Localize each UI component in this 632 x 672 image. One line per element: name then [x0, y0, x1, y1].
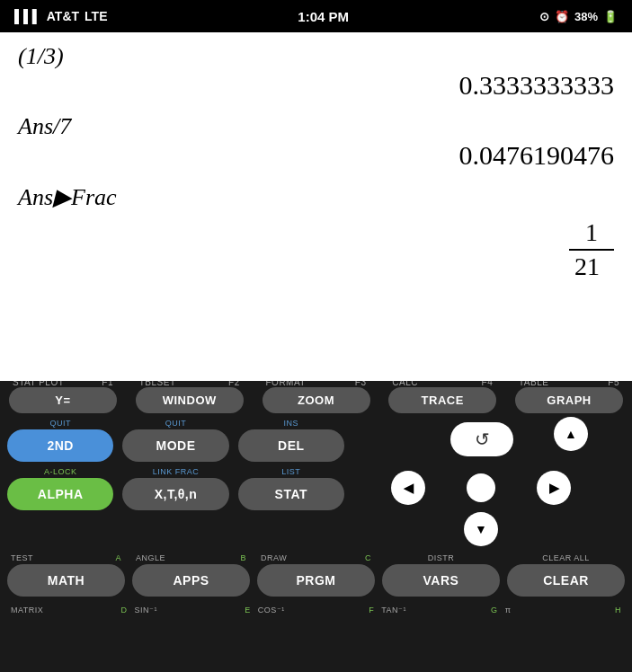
vars-button[interactable]: VARS — [382, 564, 500, 597]
list-sublabel: LIST — [238, 465, 344, 478]
mode-key-group: QUIT MODE — [122, 417, 228, 462]
fraction-numerator: 1 — [569, 218, 614, 251]
undo-button[interactable]: ↺ — [450, 422, 513, 456]
pi-label-group: π H — [502, 604, 625, 616]
alpha-key-group: A-LOCK ALPHA — [7, 465, 113, 510]
f5-key-group: TABLE F5 GRAPH — [515, 377, 623, 413]
nav-left-button[interactable]: ◀ — [391, 471, 425, 505]
stat-button[interactable]: STAT — [238, 478, 344, 510]
nav-up-button[interactable]: ▲ — [554, 417, 588, 451]
calculator-keypad: STAT PLOT F1 Y= TBLSET F2 WINDOW FORMAT … — [0, 381, 632, 618]
ins-sublabel: INS — [238, 417, 344, 429]
f1-key-group: STAT PLOT F1 Y= — [9, 377, 117, 413]
cos-inv-label-group: COS⁻¹ F — [254, 604, 378, 616]
entry2-input: Ans/7 — [18, 113, 614, 140]
matrix-label: MATRIX — [11, 606, 43, 615]
battery-icon: 🔋 — [603, 10, 618, 23]
f3-key-group: FORMAT F3 ZOOM — [263, 377, 370, 413]
zoom-button[interactable]: ZOOM — [263, 387, 370, 413]
f4-key-group: CALC F4 TRACE — [388, 377, 496, 413]
quit-sublabel: QUIT — [7, 417, 113, 429]
y-equals-button[interactable]: Y= — [9, 387, 117, 413]
tan-inv-label-group: TAN⁻¹ G — [378, 604, 501, 616]
distr-sublabel: DISTR — [382, 552, 500, 564]
del-key-group: INS DEL — [238, 417, 344, 462]
draw-sublabel: DRAW C — [257, 552, 375, 564]
a-letter: A — [115, 553, 121, 562]
status-left: ▌▌▌ AT&T LTE — [14, 9, 107, 23]
apps-button[interactable]: APPS — [132, 564, 250, 597]
alock-sublabel: A-LOCK — [7, 465, 113, 478]
display-entry-1: (1/3) 0.3333333333 — [18, 43, 614, 110]
e-letter: E — [245, 606, 251, 615]
matrix-sublabel: MATRIX D — [7, 604, 130, 616]
battery-level: 38% — [574, 10, 598, 23]
fraction-denominator: 21 — [560, 251, 614, 281]
c-letter: C — [365, 553, 371, 562]
carrier: AT&T — [47, 9, 79, 23]
test-sublabel: TEST A — [7, 552, 125, 564]
clearall-sublabel: CLEAR ALL — [507, 552, 625, 564]
tan-inv-label: TAN⁻¹ — [381, 606, 406, 615]
matrix-label-group: MATRIX D — [7, 604, 130, 616]
trace-button[interactable]: TRACE — [388, 387, 496, 413]
entry2-result: 0.0476190476 — [18, 140, 614, 171]
2nd-key-group: QUIT 2ND — [7, 417, 113, 462]
function-key-row: STAT PLOT F1 Y= TBLSET F2 WINDOW FORMAT … — [0, 381, 632, 415]
f-letter: F — [369, 606, 374, 615]
vars-key-group: DISTR VARS — [382, 552, 500, 597]
angle-label: ANGLE — [136, 553, 165, 562]
entry1-input: (1/3) — [18, 43, 614, 70]
nav-down-button[interactable]: ▼ — [464, 512, 498, 546]
nav-enter-button[interactable] — [467, 473, 495, 502]
test-label: TEST — [11, 553, 33, 562]
display-entry-2: Ans/7 0.0476190476 — [18, 113, 614, 180]
sin-inv-sublabel: SIN⁻¹ E — [130, 604, 254, 616]
calculator-display: (1/3) 0.3333333333 Ans/7 0.0476190476 An… — [0, 32, 632, 381]
2nd-button[interactable]: 2ND — [7, 429, 113, 462]
status-right: ⊙ ⏰ 38% 🔋 — [539, 10, 618, 23]
linkfrac-sublabel: LINK FRAC — [122, 465, 228, 478]
entry3-input: Ans▶Frac — [18, 183, 614, 211]
entry3-result-fraction: 1 21 — [18, 218, 614, 281]
pi-label: π — [505, 606, 512, 615]
prgm-button[interactable]: PRGM — [257, 564, 375, 597]
mode-button[interactable]: MODE — [122, 429, 228, 462]
quit-mode-sublabel: QUIT — [122, 417, 228, 429]
xtheta-button[interactable]: X,T,θ,n — [122, 478, 228, 510]
del-button[interactable]: DEL — [238, 429, 344, 462]
signal-bars: ▌▌▌ — [14, 9, 41, 23]
alpha-button[interactable]: ALPHA — [7, 478, 113, 510]
sin-inv-label: SIN⁻¹ — [134, 606, 157, 615]
pi-sublabel: π H — [502, 604, 625, 616]
prgm-key-group: DRAW C PRGM — [257, 552, 375, 597]
nav-right-button[interactable]: ▶ — [537, 471, 571, 505]
status-bar: ▌▌▌ AT&T LTE 1:04 PM ⊙ ⏰ 38% 🔋 — [0, 0, 632, 32]
d-letter: D — [120, 606, 127, 615]
math-button[interactable]: MATH — [7, 564, 125, 597]
cos-inv-label: COS⁻¹ — [258, 606, 285, 615]
draw-label: DRAW — [261, 553, 287, 562]
tan-inv-sublabel: TAN⁻¹ G — [378, 604, 501, 616]
sin-inv-label-group: SIN⁻¹ E — [130, 604, 254, 616]
entry1-result: 0.3333333333 — [18, 70, 614, 101]
clear-button[interactable]: CLEAR — [507, 564, 625, 597]
graph-button[interactable]: GRAPH — [515, 387, 623, 413]
display-entry-3: Ans▶Frac 1 21 — [18, 183, 614, 281]
b-letter: B — [240, 553, 246, 562]
alarm-icon: ⏰ — [555, 10, 569, 23]
f2-key-group: TBLSET F2 WINDOW — [136, 377, 244, 413]
cos-inv-sublabel: COS⁻¹ F — [254, 604, 378, 616]
apps-key-group: ANGLE B APPS — [132, 552, 250, 597]
xtheta-key-group: LINK FRAC X,T,θ,n — [122, 465, 228, 510]
location-icon: ⊙ — [539, 10, 549, 23]
stat-key-group: LIST STAT — [238, 465, 344, 510]
network-type: LTE — [85, 9, 107, 23]
clear-key-group: CLEAR ALL CLEAR — [507, 552, 625, 597]
time-display: 1:04 PM — [298, 9, 349, 24]
math-key-group: TEST A MATH — [7, 552, 125, 597]
h-letter: H — [615, 606, 621, 615]
window-button[interactable]: WINDOW — [136, 387, 244, 413]
angle-sublabel: ANGLE B — [132, 552, 250, 564]
g-letter: G — [491, 606, 498, 615]
